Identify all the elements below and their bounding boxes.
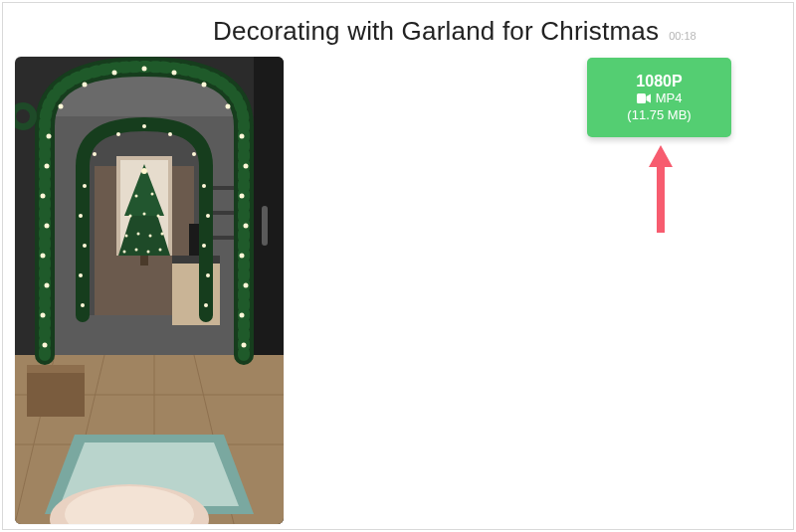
svg-point-55 [142, 67, 147, 72]
video-thumbnail[interactable] [15, 57, 284, 524]
svg-point-64 [244, 283, 249, 288]
svg-point-74 [142, 124, 146, 128]
svg-rect-21 [140, 256, 148, 266]
svg-point-32 [123, 251, 126, 254]
svg-point-76 [192, 152, 196, 156]
svg-rect-2 [262, 206, 268, 246]
svg-point-80 [206, 273, 210, 277]
svg-point-71 [83, 184, 87, 188]
svg-point-78 [206, 214, 210, 218]
download-format-row: MP4 [637, 90, 683, 107]
svg-point-45 [41, 313, 46, 318]
svg-point-52 [59, 104, 64, 109]
svg-point-60 [244, 164, 249, 169]
svg-point-27 [157, 215, 160, 218]
svg-point-73 [116, 132, 120, 136]
svg-point-67 [81, 303, 85, 307]
annotation-arrow [649, 145, 673, 233]
svg-point-70 [79, 214, 83, 218]
svg-point-77 [202, 184, 206, 188]
svg-point-58 [226, 104, 231, 109]
svg-point-46 [45, 283, 50, 288]
video-duration: 00:18 [669, 30, 696, 42]
svg-point-83 [16, 109, 30, 123]
svg-point-28 [125, 235, 128, 238]
svg-point-35 [159, 249, 162, 252]
svg-point-72 [93, 152, 97, 156]
svg-point-68 [79, 273, 83, 277]
svg-point-54 [112, 71, 117, 76]
svg-point-34 [147, 251, 150, 254]
svg-point-31 [161, 233, 164, 236]
svg-point-26 [143, 213, 146, 216]
svg-point-81 [204, 303, 208, 307]
svg-point-65 [240, 313, 245, 318]
download-size: (11.75 MB) [627, 107, 691, 124]
download-format: MP4 [656, 90, 683, 107]
svg-point-66 [242, 343, 247, 348]
svg-point-61 [240, 194, 245, 199]
svg-point-25 [129, 215, 132, 218]
svg-point-53 [83, 83, 88, 88]
svg-point-63 [240, 254, 245, 259]
svg-point-22 [141, 168, 147, 174]
svg-point-69 [83, 244, 87, 248]
svg-point-51 [47, 134, 52, 139]
svg-point-49 [41, 194, 46, 199]
svg-point-57 [202, 83, 207, 88]
svg-point-47 [41, 254, 46, 259]
svg-point-59 [240, 134, 245, 139]
download-button[interactable]: 1080P MP4 (11.75 MB) [587, 58, 731, 137]
svg-point-23 [135, 195, 138, 198]
svg-point-24 [151, 193, 154, 196]
header: Decorating with Garland for Christmas 00… [213, 16, 696, 47]
svg-point-79 [202, 244, 206, 248]
thumbnail-image [15, 57, 284, 524]
download-resolution: 1080P [636, 72, 682, 90]
svg-point-33 [135, 249, 138, 252]
svg-point-75 [168, 132, 172, 136]
page-title: Decorating with Garland for Christmas [213, 16, 659, 47]
svg-point-30 [149, 235, 152, 238]
svg-point-48 [45, 224, 50, 229]
svg-point-29 [137, 233, 140, 236]
svg-point-62 [244, 224, 249, 229]
svg-rect-84 [637, 93, 646, 103]
svg-point-44 [43, 343, 48, 348]
svg-point-56 [172, 71, 177, 76]
svg-rect-43 [27, 365, 85, 373]
arrow-up-icon [649, 145, 673, 233]
svg-point-50 [45, 164, 50, 169]
video-camera-icon [637, 93, 651, 103]
